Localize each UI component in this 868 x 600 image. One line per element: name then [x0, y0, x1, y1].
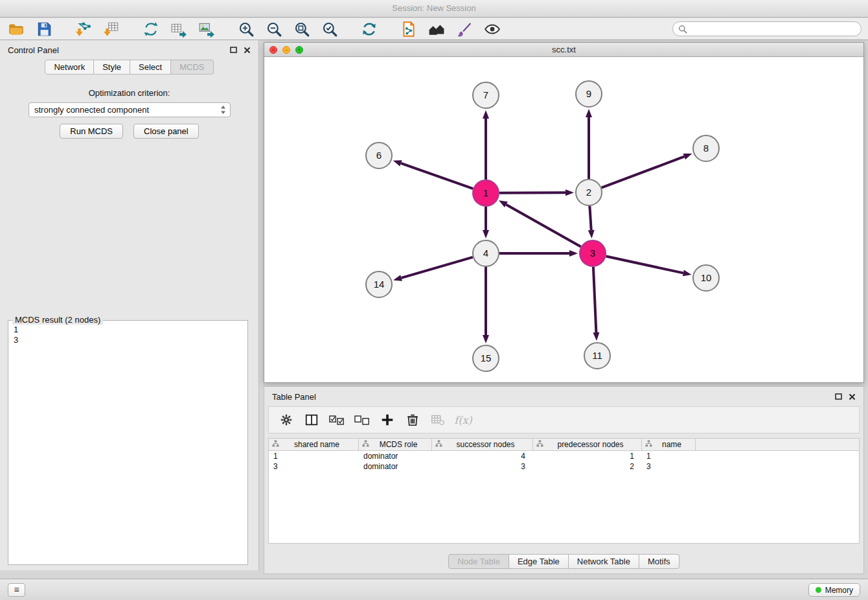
open-file-icon[interactable]: [6, 19, 26, 39]
status-bar: ≡ Memory: [0, 579, 868, 600]
window-title: Session: New Session: [392, 3, 475, 13]
graph-edge-3-11[interactable]: [593, 267, 596, 332]
criterion-dropdown[interactable]: strongly connected component: [29, 102, 231, 117]
select-all-icon[interactable]: [328, 411, 345, 428]
tab-mcds[interactable]: MCDS: [171, 60, 213, 75]
minimize-window-icon[interactable]: −: [282, 46, 290, 54]
graph-edge-4-14[interactable]: [402, 257, 473, 278]
edge-arrowhead-icon: [593, 332, 599, 341]
export-image-icon[interactable]: [197, 19, 216, 39]
graph-edge-2-8[interactable]: [602, 157, 685, 188]
network-window: × − + scc.txt 7968124314101511: [264, 42, 864, 383]
tab-edge-table[interactable]: Edge Table: [509, 554, 569, 569]
add-column-icon[interactable]: [379, 411, 396, 428]
zoom-selected-icon[interactable]: [320, 19, 339, 39]
export-network-icon[interactable]: [141, 19, 161, 39]
graph-node-6[interactable]: 6: [366, 143, 392, 168]
graph-node-2[interactable]: 2: [576, 179, 602, 205]
graph-node-3[interactable]: 3: [580, 240, 606, 266]
function-builder-icon: f(x): [455, 411, 472, 428]
tab-select[interactable]: Select: [130, 60, 171, 75]
close-panel-icon[interactable]: [244, 47, 251, 54]
mcds-result-box[interactable]: MCDS result (2 nodes) 13: [8, 320, 248, 565]
float-panel-icon[interactable]: [230, 47, 237, 53]
zoom-window-icon[interactable]: +: [295, 46, 303, 54]
import-network-icon[interactable]: [74, 19, 93, 39]
table-settings-icon[interactable]: [278, 411, 295, 428]
mcds-result-list: 13: [8, 321, 247, 349]
graph-node-8[interactable]: 8: [693, 135, 719, 161]
float-table-panel-icon[interactable]: [835, 393, 842, 400]
tab-style[interactable]: Style: [94, 60, 130, 75]
menu-icon: ≡: [14, 584, 19, 595]
status-menu-button[interactable]: ≡: [8, 583, 25, 597]
table-panel: Table Panel f(x) shared nameMCDS rolesuc…: [264, 386, 864, 574]
control-panel: Control Panel Network Style Select MCDS …: [0, 40, 259, 570]
graph-edge-2-3[interactable]: [589, 206, 591, 230]
import-table-icon[interactable]: [102, 19, 121, 39]
graph-node-15[interactable]: 15: [473, 345, 499, 371]
save-session-icon[interactable]: [34, 19, 54, 39]
tab-node-table[interactable]: Node Table: [448, 554, 509, 569]
graph-edge-3-10[interactable]: [606, 256, 683, 273]
table-row[interactable]: 1dominator411: [269, 451, 859, 461]
search-input[interactable]: [690, 24, 856, 34]
deselect-all-icon[interactable]: [354, 411, 371, 428]
graph-node-9[interactable]: 9: [576, 81, 602, 107]
delete-table-icon: [429, 411, 446, 428]
graph-node-label: 4: [483, 248, 488, 259]
network-document-icon[interactable]: [399, 19, 418, 39]
delete-column-icon[interactable]: [404, 411, 421, 428]
memory-button[interactable]: Memory: [808, 583, 860, 597]
tab-network-table[interactable]: Network Table: [569, 554, 639, 569]
zoom-out-icon[interactable]: [264, 19, 284, 39]
refresh-layout-icon[interactable]: [360, 19, 379, 39]
show-hide-icon[interactable]: [483, 19, 502, 39]
control-panel-tabs: Network Style Select MCDS: [0, 60, 258, 75]
network-window-titlebar[interactable]: × − + scc.txt: [264, 43, 863, 57]
dropdown-stepper-icon: [220, 105, 226, 115]
search-box[interactable]: [672, 21, 862, 36]
graph-edge-1-6[interactable]: [401, 163, 473, 189]
edge-arrowhead-icon: [569, 250, 578, 257]
column-header-name[interactable]: name: [642, 439, 696, 450]
column-visibility-icon[interactable]: [303, 411, 320, 428]
graph-node-10[interactable]: 10: [693, 265, 719, 291]
run-mcds-button[interactable]: Run MCDS: [60, 124, 123, 139]
table-toolbar: f(x): [268, 406, 860, 433]
control-panel-title: Control Panel: [8, 45, 59, 55]
graph-node-label: 1: [483, 187, 488, 198]
column-header-shared-name[interactable]: shared name: [269, 439, 359, 450]
graph-edge-1-2[interactable]: [499, 192, 565, 193]
graph-node-14[interactable]: 14: [366, 271, 392, 297]
close-panel-button[interactable]: Close panel: [133, 124, 199, 139]
table-header-row: shared nameMCDS rolesuccessor nodesprede…: [269, 439, 859, 451]
graph-node-1[interactable]: 1: [473, 180, 499, 206]
table-panel-header: Table Panel: [264, 387, 863, 406]
graph-node-7[interactable]: 7: [473, 82, 499, 108]
column-header-successor-nodes[interactable]: successor nodes: [432, 439, 533, 450]
close-table-panel-icon[interactable]: [849, 393, 856, 400]
memory-label: Memory: [825, 586, 853, 595]
export-table-icon[interactable]: [169, 19, 188, 39]
tab-motifs[interactable]: Motifs: [639, 554, 680, 569]
graph-node-4[interactable]: 4: [473, 240, 499, 266]
graph-edge-3-1[interactable]: [506, 205, 580, 247]
table-cell: 1: [269, 452, 359, 461]
search-icon: [678, 25, 687, 34]
edge-arrowhead-icon: [588, 230, 595, 238]
graph-node-11[interactable]: 11: [584, 343, 610, 369]
table-row[interactable]: 3dominator323: [269, 461, 859, 472]
home-navigator-icon[interactable]: [427, 19, 446, 39]
edge-arrowhead-icon: [586, 109, 592, 117]
edge-arrowhead-icon: [499, 200, 508, 207]
graph-node-label: 7: [483, 89, 488, 100]
column-header-mcds-role[interactable]: MCDS role: [359, 439, 432, 450]
column-header-predecessor-nodes[interactable]: predecessor nodes: [533, 439, 642, 450]
close-window-icon[interactable]: ×: [269, 46, 277, 54]
zoom-fit-icon[interactable]: [292, 19, 312, 39]
tab-network[interactable]: Network: [45, 60, 94, 75]
style-brush-icon[interactable]: [455, 19, 474, 39]
network-canvas[interactable]: 7968124314101511: [264, 57, 863, 382]
zoom-in-icon[interactable]: [236, 19, 256, 39]
